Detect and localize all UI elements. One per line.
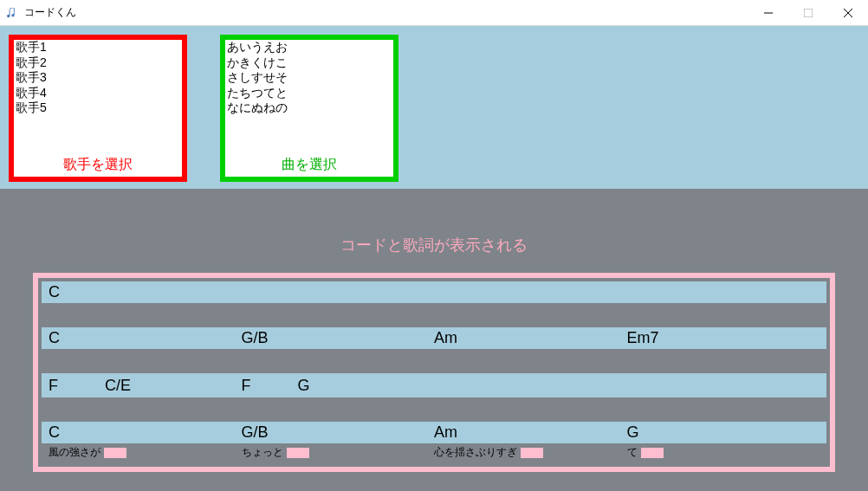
chord-cell (434, 375, 627, 396)
chord-cell (434, 283, 627, 301)
chord-cell: F G (242, 375, 435, 396)
chord-cell: C (49, 283, 242, 301)
chord-cell: G (627, 423, 820, 442)
singer-item[interactable]: 歌手2 (14, 55, 182, 71)
chord-row: CG/BAmEm7 (42, 327, 826, 349)
app-icon (7, 7, 19, 19)
chord-cell: C (49, 423, 242, 442)
chord-cell (242, 283, 435, 301)
lyric-row (42, 351, 826, 352)
titlebar: コードくん (0, 0, 868, 26)
chord-cell (627, 283, 820, 301)
chord-row: F C/EF G (42, 373, 826, 397)
chord-frame: CCG/BAmEm7F C/EF GCG/BAmG風の強さがちょっと心を揺さぶり… (33, 273, 835, 472)
song-item[interactable]: さしすせそ (225, 70, 393, 86)
chord-cell: Am (434, 423, 627, 442)
bottom-panel: コードと歌詞が表示される CCG/BAmEm7F C/EF GCG/BAmG風の… (0, 191, 868, 491)
lyric-marker (104, 448, 126, 458)
singer-label: 歌手を選択 (14, 152, 182, 177)
window-title: コードくん (24, 5, 76, 20)
song-item[interactable]: あいうえお (225, 40, 393, 55)
song-frame: あいうえおかきくけこさしすせそたちつてとなにぬねの 曲を選択 (220, 35, 398, 182)
maximize-icon (804, 9, 813, 17)
minimize-icon (764, 9, 773, 17)
close-button[interactable] (828, 0, 868, 26)
chord-row: CG/BAmG (42, 422, 826, 443)
lyric-cell: 風の強さが (49, 445, 242, 460)
chord-cell: G/B (242, 329, 435, 347)
chord-cell: C (49, 329, 242, 347)
lyric-row: 風の強さがちょっと心を揺さぶりすぎて (42, 445, 826, 462)
chord-cell: Em7 (627, 329, 820, 347)
song-label: 曲を選択 (225, 152, 393, 177)
chord-cell: G/B (242, 423, 435, 442)
singer-item[interactable]: 歌手4 (14, 86, 182, 101)
song-item[interactable]: かきくけこ (225, 55, 393, 71)
song-listbox[interactable]: あいうえおかきくけこさしすせそたちつてとなにぬねの (225, 40, 393, 152)
chord-row: C (42, 281, 826, 303)
svg-rect-1 (804, 9, 813, 17)
chord-cell (627, 375, 820, 396)
annotation-label: コードと歌詞が表示される (0, 235, 868, 255)
top-panel: 歌手1歌手2歌手3歌手4歌手5 歌手を選択 あいうえおかきくけこさしすせそたちつ… (0, 26, 868, 191)
lyric-cell: ちょっと (242, 445, 435, 460)
song-item[interactable]: なにぬねの (225, 100, 393, 116)
chord-cell: Am (434, 329, 627, 347)
lyric-row (42, 305, 826, 307)
singer-listbox[interactable]: 歌手1歌手2歌手3歌手4歌手5 (14, 40, 182, 152)
minimize-button[interactable] (748, 0, 788, 26)
lyric-marker (521, 448, 543, 458)
singer-item[interactable]: 歌手3 (14, 70, 182, 86)
lyric-row (42, 399, 826, 401)
lyric-marker (287, 448, 309, 458)
lyric-cell: て (627, 445, 820, 460)
singer-item[interactable]: 歌手5 (14, 100, 182, 116)
singer-item[interactable]: 歌手1 (14, 40, 182, 55)
song-item[interactable]: たちつてと (225, 86, 393, 101)
singer-frame: 歌手1歌手2歌手3歌手4歌手5 歌手を選択 (9, 35, 187, 182)
chord-cell: F C/E (49, 375, 242, 396)
maximize-button (788, 0, 828, 26)
lyric-cell: 心を揺さぶりすぎ (434, 445, 627, 460)
close-icon (844, 9, 852, 17)
lyric-marker (641, 448, 664, 458)
